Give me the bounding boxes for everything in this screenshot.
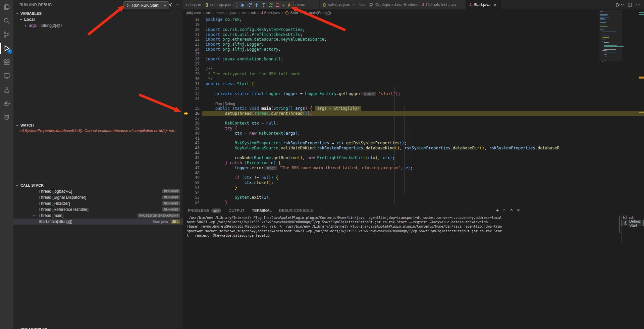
more-actions-icon[interactable] xyxy=(175,2,180,7)
panel-tab-output[interactable]: OUTPUT xyxy=(229,206,245,215)
panel-tab-problems[interactable]: PROBLEMS1K+ xyxy=(188,206,221,215)
gear-icon[interactable] xyxy=(168,2,173,7)
activity-remote-explorer[interactable] xyxy=(0,69,13,83)
close-panel-icon[interactable]: × xyxy=(517,207,520,213)
tab-nch-json[interactable]: nch.json xyxy=(183,0,202,9)
breadcrumb-item[interactable]: main xyxy=(216,11,224,15)
code-text: } xyxy=(206,185,237,190)
activity-testing[interactable] xyxy=(0,83,13,96)
line-number: 34 xyxy=(183,96,206,101)
breadcrumb-label: main(String[]) xyxy=(309,11,331,15)
watch-section-header[interactable]: WATCH xyxy=(13,122,183,128)
breadcrumb-item[interactable]: JStart.java xyxy=(261,11,280,15)
panel-tab-label: OUTPUT xyxy=(229,208,245,213)
breadcrumb-item[interactable]: src xyxy=(206,11,211,15)
call-stack-section-header[interactable]: CALL STACK xyxy=(13,182,183,188)
call-stack-thread[interactable]: Thread [logback-1]RUNNING xyxy=(13,188,183,194)
terminal-line: t --regtest -Xkeyvalue.datasource=leveld… xyxy=(187,233,617,238)
call-stack-thread[interactable]: Thread [main]PAUSED ON BREAKPOINT xyxy=(13,213,183,219)
code-line: 51 } xyxy=(183,185,644,190)
stop-chevron-button[interactable] xyxy=(281,1,285,9)
codelens-debug-link[interactable]: Debug xyxy=(225,102,235,106)
call-stack-thread[interactable]: Thread [Signal Dispatcher]RUNNING xyxy=(13,194,183,200)
call-stack-list: Thread [logback-1]RUNNINGThread [Signal … xyxy=(13,188,183,225)
problems-count-badge: 1K+ xyxy=(211,208,221,213)
java-file-icon: J xyxy=(469,2,472,7)
activity-run-debug[interactable]: 1 xyxy=(0,41,13,55)
code-text: import org.ethereum.datasource.KeyValueD… xyxy=(206,37,327,42)
chevron-down-icon[interactable] xyxy=(502,208,506,212)
tab-start-java[interactable]: JStart.java× xyxy=(466,0,501,9)
breakpoints-section-header[interactable]: BREAKPOINTS xyxy=(13,326,183,329)
continue-button[interactable] xyxy=(239,1,246,9)
tab-label: Start.java xyxy=(474,2,491,7)
call-stack-thread[interactable]: Thread [Reference Handler]RUNNING xyxy=(13,206,183,213)
activity-search[interactable] xyxy=(0,14,13,28)
step-into-button[interactable] xyxy=(253,1,260,9)
terminal-list-item-debug-start[interactable]: Debug: Start xyxy=(622,220,643,226)
run-configuration-button[interactable]: Run RSK Start xyxy=(123,1,169,9)
tab-clitoolstest-java[interactable]: JCliToolsTest.java xyxy=(418,0,466,9)
breadcrumb-item[interactable]: Start xyxy=(285,11,298,15)
terminal-line: sport=dt_socket,server=n,suspend=y,addre… xyxy=(187,229,617,233)
breadcrumb-item[interactable]: main(String[]) xyxy=(303,11,331,15)
panel-tab-label: DEBUG CONSOLE xyxy=(279,208,313,213)
stop-button[interactable] xyxy=(274,1,281,9)
activity-cat-extension[interactable] xyxy=(0,110,13,124)
minimap[interactable] xyxy=(599,10,622,203)
more-actions-icon[interactable] xyxy=(636,2,641,7)
stacked-panels-icon[interactable] xyxy=(185,10,190,15)
hot-code-replace-icon xyxy=(287,3,291,7)
terminal-scrollbar[interactable] xyxy=(619,216,620,233)
activity-extensions[interactable] xyxy=(0,55,13,69)
codelens-run-link[interactable]: Run xyxy=(215,102,222,106)
watch-expression-error[interactable]: rskSystemProperties.databaseKind(): Cann… xyxy=(19,129,180,133)
maximize-panel-icon[interactable] xyxy=(509,208,514,212)
code-text: public static void main(String[] args) { xyxy=(206,106,312,111)
extensions-icon xyxy=(3,58,10,66)
code-text: public class Start { xyxy=(206,82,254,86)
tab-path-suffix: ~/.../User xyxy=(352,3,365,7)
variable-row-args[interactable]: args: String[2]@7 xyxy=(23,22,62,29)
drag-handle-icon xyxy=(235,2,238,8)
breadcrumb-item[interactable]: java xyxy=(230,11,236,15)
activity-source-control[interactable] xyxy=(0,28,13,41)
panel-tab-label: PROBLEMS xyxy=(188,208,209,213)
activity-docker[interactable] xyxy=(0,96,13,110)
symbol-class-icon xyxy=(285,11,289,15)
tab-settings-json[interactable]: {}settings.json~/.../User xyxy=(320,0,365,9)
drag-handle-icon[interactable] xyxy=(234,1,239,9)
line-number: 46 xyxy=(183,160,206,165)
split-editor-button[interactable] xyxy=(628,2,632,7)
current-execution-breakpoint-icon[interactable] xyxy=(183,111,189,115)
hot-code-replace-button[interactable] xyxy=(285,1,292,9)
code-line: 30 */ xyxy=(183,77,644,82)
activity-explorer[interactable] xyxy=(0,0,13,14)
line-number: 23 xyxy=(183,42,206,47)
code-editor[interactable]: 18package co.rsk;1920import co.rsk.confi… xyxy=(183,16,644,206)
new-terminal-icon[interactable]: + xyxy=(496,207,499,213)
step-over-button[interactable] xyxy=(246,1,253,9)
tab-configure-java-runtime[interactable]: Configure Java Runtime xyxy=(365,0,418,9)
terminal-line: (base) reynoldmorel@Reynolds-MacBook-Pro… xyxy=(187,224,617,229)
breadcrumb-item[interactable]: rsk xyxy=(251,11,256,15)
line-number: 48 xyxy=(183,171,206,175)
run-file-button[interactable] xyxy=(615,2,624,7)
call-stack-frame-selected[interactable]: Start.main(String[])Start.java36:1 xyxy=(13,219,183,225)
chevron-right-icon xyxy=(23,24,27,28)
variables-scope-local[interactable]: Local xyxy=(19,16,35,22)
panel-tab-debug-console[interactable]: DEBUG CONSOLE xyxy=(279,206,313,215)
step-out-icon xyxy=(261,2,266,8)
terminal-output[interactable]: /usr/bin/env /Library/Internet\ Plug-Ins… xyxy=(187,216,617,238)
panel-tab-terminal[interactable]: TERMINAL xyxy=(252,206,272,215)
line-number: 22 xyxy=(183,37,206,42)
variables-section-header[interactable]: VARIABLES xyxy=(13,10,183,16)
breadcrumb-item[interactable]: co xyxy=(242,11,246,15)
restart-button[interactable] xyxy=(267,1,274,9)
call-stack-thread[interactable]: Thread [Finalizer]RUNNING xyxy=(13,200,183,206)
chevron-down-icon[interactable] xyxy=(163,4,167,7)
close-icon[interactable]: × xyxy=(494,2,496,7)
step-out-button[interactable] xyxy=(260,1,267,9)
chevron-down-icon xyxy=(15,11,19,15)
code-line: 25 xyxy=(183,52,644,57)
